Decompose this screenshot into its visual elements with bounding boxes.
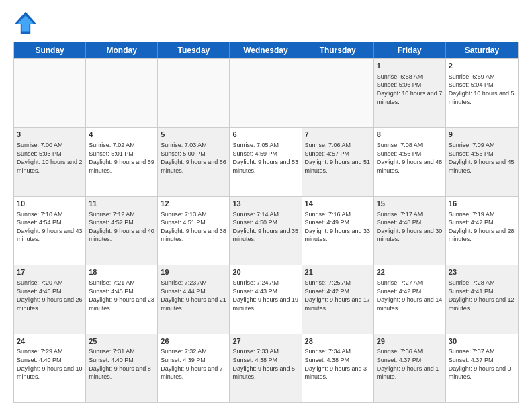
cell-info: Sunrise: 7:08 AM Sunset: 4:56 PM Dayligh…: [377, 141, 443, 175]
day-number: 21: [305, 267, 371, 277]
day-number: 30: [449, 336, 515, 347]
day-number: 8: [377, 130, 443, 140]
cell-info: Sunrise: 7:05 AM Sunset: 4:59 PM Dayligh…: [232, 141, 298, 175]
day-number: 1: [377, 61, 443, 71]
cell-info: Sunrise: 7:12 AM Sunset: 4:52 PM Dayligh…: [89, 210, 154, 244]
header: [13, 11, 519, 35]
calendar-cell: 14Sunrise: 7:16 AM Sunset: 4:49 PM Dayli…: [302, 197, 374, 265]
day-number: 22: [377, 267, 443, 277]
calendar-cell: 12Sunrise: 7:13 AM Sunset: 4:51 PM Dayli…: [158, 197, 230, 265]
calendar-cell: 30Sunrise: 7:37 AM Sunset: 4:37 PM Dayli…: [446, 334, 518, 402]
cell-info: Sunrise: 7:09 AM Sunset: 4:55 PM Dayligh…: [449, 141, 515, 175]
calendar-row: 3Sunrise: 7:00 AM Sunset: 5:03 PM Daylig…: [14, 127, 518, 195]
cell-info: Sunrise: 7:27 AM Sunset: 4:42 PM Dayligh…: [377, 279, 443, 312]
cell-info: Sunrise: 7:33 AM Sunset: 4:38 PM Dayligh…: [232, 347, 298, 381]
cell-info: Sunrise: 7:20 AM Sunset: 4:46 PM Dayligh…: [17, 279, 83, 312]
cell-info: Sunrise: 7:06 AM Sunset: 4:57 PM Dayligh…: [305, 141, 371, 175]
day-number: 18: [89, 267, 154, 277]
calendar-cell: [158, 59, 230, 127]
calendar-body: 1Sunrise: 6:58 AM Sunset: 5:06 PM Daylig…: [14, 58, 518, 402]
day-number: 11: [89, 199, 154, 209]
calendar-cell: [230, 59, 302, 127]
calendar-cell: [14, 59, 86, 127]
cell-info: Sunrise: 7:37 AM Sunset: 4:37 PM Dayligh…: [449, 347, 515, 381]
day-number: 24: [17, 336, 83, 347]
cell-info: Sunrise: 7:17 AM Sunset: 4:48 PM Dayligh…: [377, 210, 443, 244]
day-number: 12: [161, 199, 226, 209]
day-number: 26: [161, 336, 226, 347]
logo-icon: [13, 11, 38, 35]
calendar-cell: 15Sunrise: 7:17 AM Sunset: 4:48 PM Dayli…: [374, 197, 446, 265]
calendar-cell: 20Sunrise: 7:24 AM Sunset: 4:43 PM Dayli…: [230, 265, 302, 333]
day-number: 10: [17, 199, 83, 209]
calendar-header-row: SundayMondayTuesdayWednesdayThursdayFrid…: [14, 42, 518, 58]
calendar-cell: 13Sunrise: 7:14 AM Sunset: 4:50 PM Dayli…: [230, 197, 302, 265]
calendar-cell: 21Sunrise: 7:25 AM Sunset: 4:42 PM Dayli…: [302, 265, 374, 333]
calendar-row: 17Sunrise: 7:20 AM Sunset: 4:46 PM Dayli…: [14, 265, 518, 333]
cell-info: Sunrise: 7:02 AM Sunset: 5:01 PM Dayligh…: [89, 141, 154, 175]
calendar-cell: 7Sunrise: 7:06 AM Sunset: 4:57 PM Daylig…: [302, 128, 374, 195]
calendar-cell: 24Sunrise: 7:29 AM Sunset: 4:40 PM Dayli…: [14, 334, 86, 402]
day-number: 17: [17, 267, 83, 277]
day-number: 20: [232, 267, 298, 277]
cell-info: Sunrise: 7:36 AM Sunset: 4:37 PM Dayligh…: [377, 347, 443, 381]
weekday-header: Saturday: [446, 42, 518, 58]
cell-info: Sunrise: 7:24 AM Sunset: 4:43 PM Dayligh…: [232, 279, 298, 312]
day-number: 15: [377, 199, 443, 209]
calendar: SundayMondayTuesdayWednesdayThursdayFrid…: [13, 42, 519, 403]
day-number: 3: [17, 130, 83, 140]
calendar-cell: 19Sunrise: 7:23 AM Sunset: 4:44 PM Dayli…: [158, 265, 230, 333]
day-number: 6: [232, 130, 298, 140]
calendar-cell: 5Sunrise: 7:03 AM Sunset: 5:00 PM Daylig…: [158, 128, 230, 195]
weekday-header: Sunday: [14, 42, 86, 58]
day-number: 28: [305, 336, 371, 347]
day-number: 13: [232, 199, 298, 209]
calendar-cell: 25Sunrise: 7:31 AM Sunset: 4:40 PM Dayli…: [86, 334, 158, 402]
day-number: 5: [161, 130, 226, 140]
calendar-cell: 28Sunrise: 7:34 AM Sunset: 4:38 PM Dayli…: [302, 334, 374, 402]
cell-info: Sunrise: 7:16 AM Sunset: 4:49 PM Dayligh…: [305, 210, 371, 244]
weekday-header: Monday: [86, 42, 158, 58]
cell-info: Sunrise: 7:29 AM Sunset: 4:40 PM Dayligh…: [17, 347, 83, 381]
calendar-row: 1Sunrise: 6:58 AM Sunset: 5:06 PM Daylig…: [14, 58, 518, 127]
cell-info: Sunrise: 7:03 AM Sunset: 5:00 PM Dayligh…: [161, 141, 226, 175]
weekday-header: Friday: [374, 42, 446, 58]
calendar-row: 10Sunrise: 7:10 AM Sunset: 4:54 PM Dayli…: [14, 196, 518, 265]
calendar-cell: 2Sunrise: 6:59 AM Sunset: 5:04 PM Daylig…: [446, 59, 518, 127]
cell-info: Sunrise: 7:25 AM Sunset: 4:42 PM Dayligh…: [305, 279, 371, 312]
day-number: 7: [305, 130, 371, 140]
cell-info: Sunrise: 7:32 AM Sunset: 4:39 PM Dayligh…: [161, 347, 226, 381]
calendar-cell: [302, 59, 374, 127]
weekday-header: Wednesday: [230, 42, 302, 58]
cell-info: Sunrise: 7:14 AM Sunset: 4:50 PM Dayligh…: [232, 210, 298, 244]
day-number: 19: [161, 267, 226, 277]
day-number: 23: [449, 267, 515, 277]
weekday-header: Thursday: [302, 42, 374, 58]
calendar-cell: 23Sunrise: 7:28 AM Sunset: 4:41 PM Dayli…: [446, 265, 518, 333]
calendar-cell: 6Sunrise: 7:05 AM Sunset: 4:59 PM Daylig…: [230, 128, 302, 195]
calendar-cell: 16Sunrise: 7:19 AM Sunset: 4:47 PM Dayli…: [446, 197, 518, 265]
cell-info: Sunrise: 7:31 AM Sunset: 4:40 PM Dayligh…: [89, 347, 154, 381]
cell-info: Sunrise: 7:23 AM Sunset: 4:44 PM Dayligh…: [161, 279, 226, 312]
calendar-cell: 8Sunrise: 7:08 AM Sunset: 4:56 PM Daylig…: [374, 128, 446, 195]
logo: [13, 11, 42, 35]
calendar-cell: 1Sunrise: 6:58 AM Sunset: 5:06 PM Daylig…: [374, 59, 446, 127]
cell-info: Sunrise: 7:13 AM Sunset: 4:51 PM Dayligh…: [161, 210, 226, 244]
calendar-cell: 4Sunrise: 7:02 AM Sunset: 5:01 PM Daylig…: [86, 128, 158, 195]
weekday-header: Tuesday: [158, 42, 230, 58]
calendar-row: 24Sunrise: 7:29 AM Sunset: 4:40 PM Dayli…: [14, 334, 518, 402]
cell-info: Sunrise: 7:21 AM Sunset: 4:45 PM Dayligh…: [89, 279, 154, 312]
day-number: 9: [449, 130, 515, 140]
cell-info: Sunrise: 7:19 AM Sunset: 4:47 PM Dayligh…: [449, 210, 515, 244]
cell-info: Sunrise: 7:00 AM Sunset: 5:03 PM Dayligh…: [17, 141, 83, 175]
calendar-cell: 22Sunrise: 7:27 AM Sunset: 4:42 PM Dayli…: [374, 265, 446, 333]
cell-info: Sunrise: 7:10 AM Sunset: 4:54 PM Dayligh…: [17, 210, 83, 244]
calendar-cell: 18Sunrise: 7:21 AM Sunset: 4:45 PM Dayli…: [86, 265, 158, 333]
day-number: 29: [377, 336, 443, 347]
day-number: 27: [232, 336, 298, 347]
cell-info: Sunrise: 6:59 AM Sunset: 5:04 PM Dayligh…: [449, 73, 515, 106]
calendar-cell: 10Sunrise: 7:10 AM Sunset: 4:54 PM Dayli…: [14, 197, 86, 265]
day-number: 16: [449, 199, 515, 209]
cell-info: Sunrise: 7:34 AM Sunset: 4:38 PM Dayligh…: [305, 347, 371, 381]
day-number: 4: [89, 130, 154, 140]
